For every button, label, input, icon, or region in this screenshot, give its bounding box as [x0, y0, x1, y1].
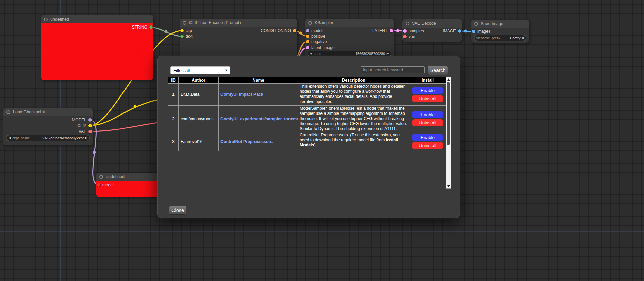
conditioning-slot-icon[interactable]: [306, 40, 309, 43]
enable-button[interactable]: Enable: [412, 111, 443, 118]
input-slot-negative[interactable]: negative: [306, 39, 327, 45]
image-slot-icon[interactable]: [458, 29, 461, 33]
output-slot-clip[interactable]: CLIP: [77, 123, 92, 128]
widget-value: ComfyUI: [510, 36, 524, 40]
node-header[interactable]: Load Checkpoint: [3, 108, 93, 116]
uninstall-button[interactable]: Uninstall: [412, 119, 443, 126]
header-description: Description: [298, 77, 409, 84]
table-row: 1 Dr.Lt.Data ComfyUI Impact Pack This ex…: [168, 84, 446, 106]
ckpt-name-widget[interactable]: ◀ ckpt_name v1-5-pruned-emaonly.ckpt ▶: [6, 135, 90, 141]
description-text: ControlNet Preprocessors. (To use this e…: [300, 133, 400, 142]
output-slot-latent[interactable]: LATENT: [372, 28, 393, 33]
node-vae-decode[interactable]: VAE Decode samples vae IMAGE: [402, 19, 462, 42]
input-slot-vae[interactable]: vae: [403, 34, 415, 39]
search-input[interactable]: [361, 66, 425, 73]
string-slot-icon[interactable]: [149, 25, 153, 29]
input-slot-clip[interactable]: clip: [180, 28, 192, 33]
collapse-toggle-icon[interactable]: [44, 18, 48, 21]
output-slot-image[interactable]: IMAGE: [443, 28, 461, 34]
input-slot-samples[interactable]: samples: [403, 28, 424, 34]
model-slot-icon[interactable]: [88, 118, 92, 122]
node-header[interactable]: Save Image: [471, 20, 529, 28]
slot-label: IMAGE: [443, 29, 456, 33]
description-text: This extension offers various detector n…: [300, 84, 405, 104]
enable-button[interactable]: Enable: [412, 134, 443, 141]
extension-id: 3: [168, 132, 179, 151]
collapse-toggle-icon[interactable]: [474, 22, 478, 26]
slot-label: CLIP: [77, 123, 86, 128]
enable-button[interactable]: Enable: [412, 87, 443, 94]
extension-id: 1: [168, 84, 179, 106]
input-slot-images[interactable]: images: [472, 29, 491, 34]
install-cell: Enable Uninstall: [409, 84, 446, 106]
string-slot-icon[interactable]: [180, 35, 184, 38]
decrement-arrow-icon[interactable]: ◀: [9, 135, 11, 141]
conditioning-slot-icon[interactable]: [306, 35, 309, 38]
node-ksampler[interactable]: KSampler model positive negative latent_…: [305, 19, 394, 61]
latent-slot-icon[interactable]: [390, 29, 393, 32]
header-name: Name: [219, 77, 298, 84]
filter-select[interactable]: Filter: all ▼: [170, 66, 230, 74]
node-undefined-string[interactable]: undefined STRING: [41, 15, 153, 80]
scroll-up-arrow-icon[interactable]: [446, 77, 451, 82]
output-slot-string[interactable]: STRING: [132, 24, 153, 30]
node-header[interactable]: KSampler: [305, 19, 394, 27]
vae-slot-icon[interactable]: [88, 130, 92, 133]
collapse-toggle-icon[interactable]: [6, 110, 10, 114]
node-header[interactable]: VAE Decode: [402, 19, 462, 28]
latent-slot-icon[interactable]: [306, 46, 309, 49]
output-slot-model[interactable]: MODEL: [72, 117, 92, 123]
clip-slot-icon[interactable]: [180, 29, 184, 32]
node-load-checkpoint[interactable]: Load Checkpoint MODEL CLIP VAE ◀ ckpt_na…: [3, 108, 93, 145]
node-body: STRING: [41, 23, 153, 80]
wire-string-to-text: [151, 27, 181, 36]
chevron-down-icon: ▼: [225, 69, 228, 72]
output-slot-conditioning[interactable]: CONDITIONING: [261, 28, 296, 33]
filename-prefix-widget[interactable]: filename_prefix ComfyUI: [474, 35, 526, 41]
node-canvas[interactable]: undefined STRING CLIP Text Encode (Promp…: [0, 0, 644, 281]
image-slot-icon[interactable]: [472, 30, 475, 33]
output-slot-vae[interactable]: VAE: [79, 129, 92, 134]
node-header[interactable]: CLIP Text Encode (Prompt): [180, 19, 297, 27]
node-title: undefined: [50, 17, 69, 22]
collapse-toggle-icon[interactable]: [406, 22, 409, 25]
scroll-down-arrow-icon[interactable]: [446, 184, 451, 188]
slot-label: latent_image: [311, 45, 335, 50]
input-slot-model[interactable]: model: [306, 28, 323, 33]
error-slot-icon[interactable]: [97, 183, 100, 187]
slot-label: positive: [311, 34, 325, 39]
input-slot-text[interactable]: text: [180, 34, 192, 39]
model-slot-icon[interactable]: [306, 29, 309, 32]
scrollbar-thumb[interactable]: [447, 82, 450, 145]
extension-name-link[interactable]: ComfyUI_experiments/sampler_tonemap: [219, 106, 298, 132]
extension-name-link[interactable]: ComfyUI Impact Pack: [219, 84, 298, 106]
table-row: 2 comfyanonymous ComfyUI_experiments/sam…: [168, 106, 446, 132]
extension-name-link[interactable]: ControlNet Preprocessors: [219, 132, 298, 151]
slot-label: images: [477, 29, 491, 34]
vae-slot-icon[interactable]: [403, 35, 407, 38]
clip-slot-icon[interactable]: [88, 124, 92, 127]
uninstall-button[interactable]: Uninstall: [412, 95, 443, 102]
node-save-image[interactable]: Save Image images filename_prefix ComfyU…: [471, 20, 529, 43]
input-slot-positive[interactable]: positive: [306, 34, 325, 39]
close-button[interactable]: Close: [169, 206, 186, 215]
widget-value: 156680208700286: [355, 52, 385, 56]
collapse-toggle-icon[interactable]: [308, 21, 312, 25]
table-scrollbar[interactable]: [446, 77, 451, 189]
collapse-toggle-icon[interactable]: [183, 21, 186, 25]
node-header[interactable]: undefined: [41, 15, 153, 23]
search-button[interactable]: Search: [428, 66, 448, 75]
increment-arrow-icon[interactable]: ▶: [85, 135, 87, 141]
description-text: ModelSamplerTonemapNoiseTest a node that…: [300, 106, 407, 131]
canvas-axis-horizontal: [0, 231, 644, 232]
input-slot-latent-image[interactable]: latent_image: [306, 45, 335, 50]
header-author: Author: [179, 77, 219, 84]
table-row: 3 Fannovel16 ControlNet Preprocessors Co…: [168, 132, 446, 151]
uninstall-button[interactable]: Uninstall: [412, 142, 443, 149]
widget-label: filename_prefix: [476, 36, 500, 40]
input-slot-model[interactable]: model: [97, 182, 114, 188]
conditioning-slot-icon[interactable]: [293, 29, 296, 32]
latent-slot-icon[interactable]: [403, 29, 407, 33]
header-id: ID: [168, 77, 179, 84]
collapse-toggle-icon[interactable]: [99, 175, 103, 179]
